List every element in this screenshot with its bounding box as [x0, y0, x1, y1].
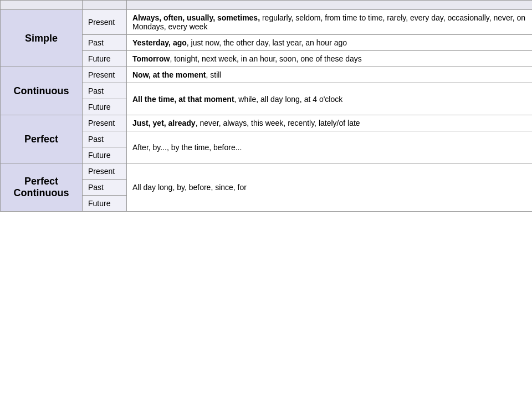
grammar-table: SimplePresentAlways, often, usually, som… — [0, 0, 532, 212]
adverb-cell: Just, yet, already, never, always, this … — [127, 115, 533, 131]
time-cell: Past — [83, 131, 127, 147]
adverb-cell: Tomorrow, tonight, next week, in an hour… — [127, 51, 533, 67]
time-cell: Future — [83, 196, 127, 212]
header-adverb — [127, 1, 533, 10]
time-cell: Present — [83, 163, 127, 180]
category-cell: Simple — [1, 10, 83, 67]
category-cell: Continuous — [1, 67, 83, 115]
adverb-cell: Now, at the moment, still — [127, 67, 533, 83]
category-cell: Perfect — [1, 115, 83, 163]
header-time — [83, 1, 127, 10]
header-category — [1, 1, 83, 10]
time-cell: Past — [83, 180, 127, 196]
time-cell: Future — [83, 51, 127, 67]
time-cell: Past — [83, 83, 127, 99]
time-cell: Future — [83, 147, 127, 163]
time-cell: Present — [83, 67, 127, 83]
adverb-cell: All the time, at that moment, while, all… — [127, 83, 533, 115]
time-cell: Present — [83, 10, 127, 35]
adverb-cell: Always, often, usually, sometimes, regul… — [127, 10, 533, 35]
time-cell: Past — [83, 35, 127, 51]
category-cell: Perfect Continuous — [1, 163, 83, 212]
time-cell: Future — [83, 99, 127, 115]
time-cell: Present — [83, 115, 127, 131]
adverb-cell: All day long, by, before, since, for — [127, 163, 533, 212]
adverb-cell: After, by..., by the time, before... — [127, 131, 533, 163]
adverb-cell: Yesterday, ago, just now, the other day,… — [127, 35, 533, 51]
